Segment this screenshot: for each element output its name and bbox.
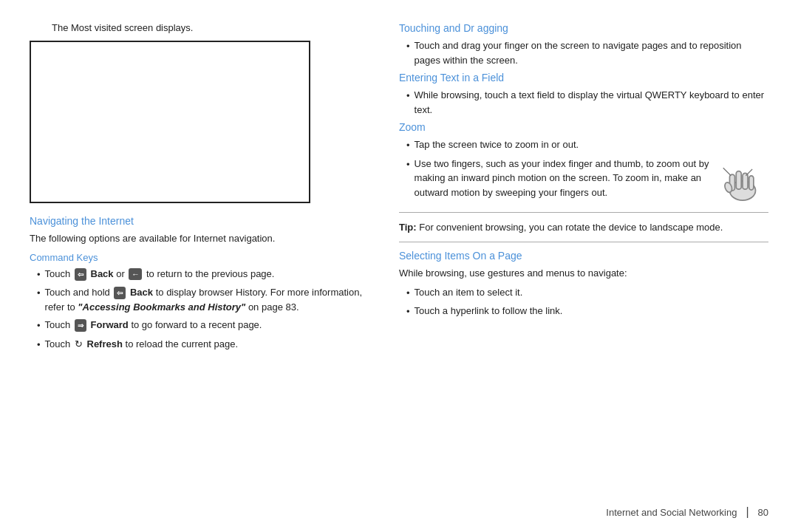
- svg-line-7: [746, 169, 752, 176]
- entering-bullet: • While browsing, touch a text field to …: [406, 88, 768, 117]
- svg-rect-3: [743, 173, 748, 189]
- nav-body: The following options are available for …: [30, 231, 369, 246]
- svg-rect-4: [749, 175, 754, 189]
- bullet-refresh-text: Touch ↻ Refresh to reload the current pa…: [45, 337, 238, 352]
- selecting-bullet-2: • Touch a hyperlink to follow the link.: [406, 304, 768, 319]
- pinch-icon: [717, 160, 768, 205]
- bullet-refresh: • Touch ↻ Refresh to reload the current …: [37, 337, 369, 352]
- bullet-forward-text: Touch ⇒ Forward to go forward to a recen…: [45, 318, 262, 332]
- zoom-bullet-1-text: Tap the screen twice to zoom in or out.: [415, 137, 579, 152]
- back-icon: ⇦: [75, 268, 86, 281]
- selecting-bullets: • Touch an item to select it. • Touch a …: [406, 285, 768, 319]
- forward-label: Forward: [91, 319, 129, 330]
- svg-line-6: [723, 168, 732, 176]
- refresh-icon: ↻: [75, 337, 83, 352]
- zoom-bullet-2-text: Use two fingers, such as your index fing…: [415, 157, 709, 200]
- tip-label: Tip:: [399, 222, 417, 233]
- footer-label: Internet and Social Networking: [606, 507, 737, 518]
- zoom-bullet-dot-2: •: [406, 157, 410, 172]
- intro-text: The Most visited screen displays.: [52, 22, 369, 33]
- page-number: 80: [758, 507, 768, 518]
- bullet-dot-1: •: [37, 267, 41, 282]
- zoom-bullets: • Tap the screen twice to zoom in or out…: [406, 137, 768, 205]
- history-link: "Accessing Bookmarks and History": [78, 301, 245, 313]
- selecting-bullet-1: • Touch an item to select it.: [406, 285, 768, 301]
- touching-bullet: • Touch and drag your finger on the scre…: [406, 38, 768, 67]
- zoom-bullet-2: • Use two fingers, such as your index fi…: [406, 157, 768, 205]
- touching-bullet-text: Touch and drag your finger on the screen…: [415, 38, 768, 67]
- back-hold-icon: ⇦: [114, 287, 126, 299]
- footer-separator: |: [746, 505, 748, 519]
- touching-heading: Touching and Dr agging: [399, 22, 768, 34]
- selecting-heading: Selecting Items On a Page: [399, 250, 768, 262]
- selecting-bullet-dot-1: •: [406, 286, 410, 301]
- touching-bullets: • Touch and drag your finger on the scre…: [406, 38, 768, 67]
- bullet-back-hold-text: Touch and hold ⇦ Back to display browser…: [45, 285, 369, 314]
- page: The Most visited screen displays. Naviga…: [0, 0, 798, 532]
- back-hold-label: Back: [130, 287, 153, 298]
- selecting-body: While browsing, use gestures and menus t…: [399, 266, 768, 281]
- refresh-label: Refresh: [87, 338, 123, 349]
- entering-heading: Entering Text in a Field: [399, 72, 768, 83]
- command-bullets: • Touch ⇦ Back or ← to return to the pre…: [37, 267, 369, 352]
- tip-text: For convenient browsing, you can rotate …: [417, 222, 723, 233]
- touching-heading-text: Touching and Dr agging: [399, 22, 508, 34]
- bullet-back-text: Touch ⇦ Back or ← to return to the previ…: [45, 267, 275, 282]
- bullet-dot-4: •: [37, 338, 41, 352]
- arrow-left-icon: ←: [129, 268, 142, 280]
- command-keys-heading: Command Keys: [30, 252, 369, 263]
- right-column: Touching and Dr agging • Touch and drag …: [399, 22, 768, 510]
- footer: Internet and Social Networking | 80: [606, 505, 768, 519]
- bullet-dot-3: •: [37, 318, 41, 333]
- zoom-bullet-1: • Tap the screen twice to zoom in or out…: [406, 137, 768, 153]
- touching-bullet-dot: •: [406, 39, 410, 54]
- bullet-forward: • Touch ⇒ Forward to go forward to a rec…: [37, 318, 369, 333]
- zoom-section: Use two fingers, such as your index fing…: [415, 157, 768, 205]
- screen-box: [30, 41, 310, 203]
- bullet-dot-2: •: [37, 286, 41, 301]
- bullet-back-hold: • Touch and hold ⇦ Back to display brows…: [37, 285, 369, 314]
- selecting-bullet-1-text: Touch an item to select it.: [415, 285, 523, 300]
- zoom-heading: Zoom: [399, 121, 768, 133]
- bullet-back: • Touch ⇦ Back or ← to return to the pre…: [37, 267, 369, 282]
- entering-bullet-text: While browsing, touch a text field to di…: [415, 88, 768, 117]
- forward-icon: ⇒: [75, 319, 86, 332]
- left-column: The Most visited screen displays. Naviga…: [30, 22, 369, 510]
- entering-bullet-dot: •: [406, 89, 410, 103]
- zoom-bullet-dot-1: •: [406, 138, 410, 153]
- tip-box: Tip: For convenient browsing, you can ro…: [399, 212, 768, 243]
- selecting-bullet-2-text: Touch a hyperlink to follow the link.: [415, 304, 563, 318]
- entering-bullets: • While browsing, touch a text field to …: [406, 88, 768, 117]
- selecting-bullet-dot-2: •: [406, 304, 410, 319]
- nav-heading: Navigating the Internet: [30, 215, 369, 227]
- back-label: Back: [91, 268, 114, 279]
- svg-rect-2: [736, 171, 741, 189]
